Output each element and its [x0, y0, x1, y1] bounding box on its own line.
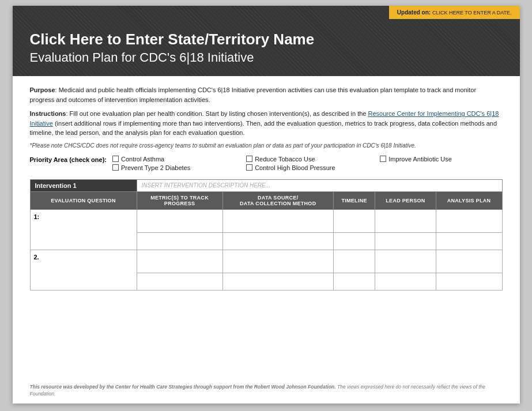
header-banner: Updated on: CLICK HERE TO ENTER A DATE. … [13, 6, 520, 76]
note-block: *Please note CHCS/CDC does not require c… [30, 142, 503, 149]
intervention-table: Intervention 1 INSERT INTERVENTION DESCR… [30, 179, 503, 291]
purpose-label: Purpose [30, 86, 55, 93]
row1-leadperson-2[interactable] [375, 232, 436, 250]
page-title-main[interactable]: Click Here to Enter State/Territory Name [30, 30, 503, 50]
intervention-title-cell[interactable]: Intervention 1 [30, 179, 137, 191]
updated-badge[interactable]: Updated on: CLICK HERE TO ENTER A DATE. [389, 6, 520, 19]
row2-metrics-2[interactable] [137, 273, 222, 290]
col-header-timeline: TIMELINE [333, 191, 375, 209]
checkbox-antibiotic[interactable] [380, 156, 386, 162]
checkbox-label-asthma: Control Asthma [121, 156, 164, 163]
row2-datasource-2[interactable] [222, 273, 333, 290]
row1-leadperson-1[interactable] [375, 209, 436, 232]
instructions-block: Instructions: Fill out one evaluation pl… [30, 109, 503, 138]
row-label-1[interactable]: 1: [30, 209, 137, 250]
purpose-block: Purpose: Medicaid and public health offi… [30, 85, 503, 104]
row2-timeline-1[interactable] [333, 250, 375, 273]
col-header-eval: EVALUATION QUESTION [30, 191, 137, 209]
row1-datasource-2[interactable] [222, 232, 333, 250]
checkbox-asthma[interactable] [112, 156, 119, 162]
content-area: Purpose: Medicaid and public health offi… [13, 76, 520, 299]
col-header-metrics: METRIC(S) TO TRACKPROGRESS [137, 191, 222, 209]
instructions-text-1: : Fill out one evaluation plan per healt… [66, 110, 368, 117]
checkboxes-grid: Control Asthma Reduce Tobacco Use Improv… [112, 156, 503, 171]
row1-datasource-1[interactable] [222, 209, 333, 232]
checkbox-item-bloodpressure[interactable]: Control High Blood Pressure [246, 164, 368, 171]
row1-timeline-2[interactable] [333, 232, 375, 250]
row2-metrics-1[interactable] [137, 250, 222, 273]
page-title-sub: Evaluation Plan for CDC's 6|18 Initiativ… [30, 50, 503, 66]
col-header-leadperson: LEAD PERSON [375, 191, 436, 209]
intervention-desc-cell[interactable]: INSERT INTERVENTION DESCRIPTION HERE... [137, 179, 502, 191]
footer: This resource was developed by the Cente… [30, 384, 503, 398]
priority-area: Priority Area (check one): Control Asthm… [30, 156, 503, 171]
row2-analysis-1[interactable] [436, 250, 502, 273]
checkbox-label-antibiotic: Improve Antibiotic Use [388, 156, 451, 163]
row1-timeline-1[interactable] [333, 209, 375, 232]
checkbox-label-diabetes: Prevent Type 2 Diabetes [121, 164, 190, 171]
checkbox-item-tobacco[interactable]: Reduce Tobacco Use [246, 156, 368, 163]
row-label-2[interactable]: 2. [30, 250, 137, 290]
row1-metrics-2[interactable] [137, 232, 222, 250]
row2-leadperson-1[interactable] [375, 250, 436, 273]
instructions-text-2: (insert additional rows if implementing … [30, 120, 497, 137]
row1-analysis-1[interactable] [436, 209, 502, 232]
checkbox-bloodpressure[interactable] [246, 164, 252, 171]
checkbox-item-diabetes[interactable]: Prevent Type 2 Diabetes [112, 164, 235, 171]
row2-leadperson-2[interactable] [375, 273, 436, 290]
page: Updated on: CLICK HERE TO ENTER A DATE. … [13, 6, 520, 404]
row1-metrics-1[interactable] [137, 209, 222, 232]
col-header-datasource: DATA SOURCE/DATA COLLECTION METHOD [222, 191, 333, 209]
checkbox-label-bloodpressure: Control High Blood Pressure [255, 164, 335, 171]
row1-analysis-2[interactable] [436, 232, 502, 250]
instructions-label: Instructions [30, 110, 66, 117]
footer-bold: This resource was developed by the Cente… [30, 384, 336, 390]
updated-label: Updated on: [397, 9, 431, 16]
table-row-2: 2. [30, 250, 502, 273]
checkbox-item-antibiotic[interactable]: Improve Antibiotic Use [380, 156, 502, 163]
purpose-text: : Medicaid and public health officials i… [30, 86, 477, 103]
col-header-analysis: ANALYSIS PLAN [436, 191, 502, 209]
table-row-1: 1: [30, 209, 502, 232]
checkbox-diabetes[interactable] [112, 164, 119, 171]
row2-analysis-2[interactable] [436, 273, 502, 290]
checkbox-item-asthma[interactable]: Control Asthma [112, 156, 235, 163]
checkbox-tobacco[interactable] [246, 156, 252, 162]
checkbox-label-tobacco: Reduce Tobacco Use [255, 156, 315, 163]
intervention-header-row: Intervention 1 INSERT INTERVENTION DESCR… [30, 179, 502, 191]
updated-value: CLICK HERE TO ENTER A DATE. [432, 10, 512, 16]
priority-label: Priority Area (check one): [30, 156, 107, 163]
row2-timeline-2[interactable] [333, 273, 375, 290]
row2-datasource-1[interactable] [222, 250, 333, 273]
col-header-row: EVALUATION QUESTION METRIC(S) TO TRACKPR… [30, 191, 502, 209]
